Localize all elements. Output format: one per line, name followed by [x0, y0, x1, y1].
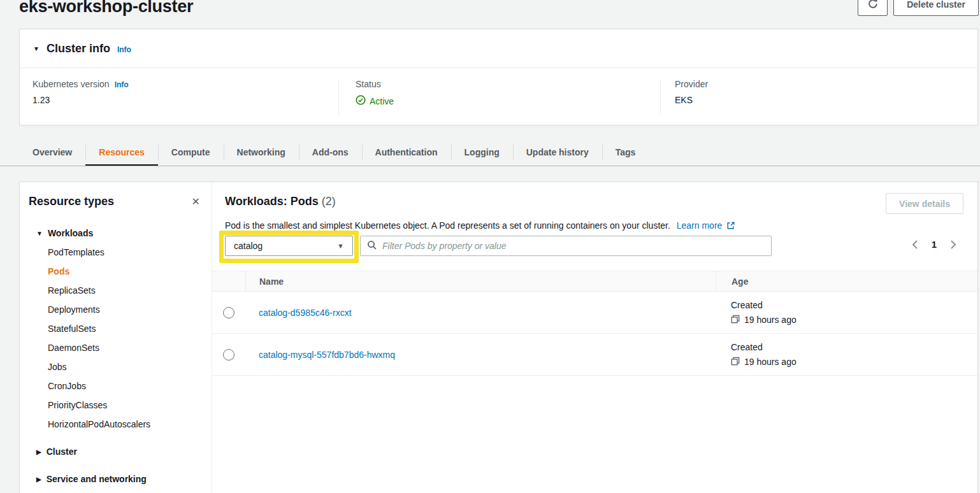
provider-field: Provider EKS — [660, 79, 977, 115]
cluster-info-card: ▼ Cluster info Info Kubernetes version I… — [19, 29, 978, 125]
cluster-info-header: ▼ Cluster info Info — [20, 29, 977, 68]
triangle-right-icon: ▶ — [36, 448, 41, 455]
previous-page-icon[interactable] — [911, 239, 918, 250]
row-radio-button[interactable] — [223, 307, 234, 318]
triangle-down-icon: ▼ — [36, 230, 43, 237]
tab-overview[interactable]: Overview — [19, 139, 85, 166]
table-row: catalog-mysql-557fdb7bd6-hwxmq Created 1… — [212, 334, 977, 376]
page-title: eks-workshop-cluster — [19, 0, 193, 17]
tabs-divider — [0, 166, 980, 166]
chevron-down-icon: ▼ — [337, 242, 344, 250]
age-created-label: Created — [731, 342, 977, 352]
cluster-tabs: Overview Resources Compute Networking Ad… — [19, 139, 649, 166]
current-page[interactable]: 1 — [932, 239, 937, 250]
tab-resources[interactable]: Resources — [85, 139, 158, 166]
pods-table: Name Age catalog-d5985c46-rxcxt Created — [212, 271, 977, 376]
sidebar-item-priorityclasses[interactable]: PriorityClasses — [48, 396, 204, 415]
kubernetes-version-field: Kubernetes version Info 1.23 — [20, 79, 338, 115]
kubernetes-version-value: 1.23 — [32, 95, 338, 105]
sidebar-section-workloads[interactable]: ▼ Workloads — [28, 224, 204, 243]
status-field: Status Active — [338, 79, 660, 115]
tab-compute[interactable]: Compute — [158, 139, 224, 166]
sidebar-item-cronjobs[interactable]: CronJobs — [48, 376, 204, 396]
refresh-button[interactable] — [858, 0, 888, 16]
cluster-info-info-link[interactable]: Info — [117, 45, 131, 54]
close-icon[interactable]: ✕ — [192, 197, 200, 207]
pods-toolbar: catalog ▼ 1 — [225, 236, 963, 264]
sidebar-item-horizontalpodautoscalers[interactable]: HorizontalPodAutoscalers — [48, 415, 204, 434]
cluster-section-label: Cluster — [47, 447, 77, 457]
select-column-header — [212, 271, 245, 291]
pods-heading: Workloads: Pods (2) — [225, 195, 336, 208]
name-column-header[interactable]: Name — [245, 271, 716, 291]
status-label: Status — [356, 79, 381, 89]
age-value-text: 19 hours ago — [744, 357, 796, 367]
cluster-info-body: Kubernetes version Info 1.23 Status Acti… — [20, 68, 977, 125]
sidebar-section-cluster[interactable]: ▶ Cluster — [28, 442, 204, 461]
tab-logging[interactable]: Logging — [451, 139, 513, 166]
row-radio-button[interactable] — [223, 349, 234, 361]
sidebar-item-replicasets[interactable]: ReplicaSets — [48, 281, 204, 300]
namespace-filter-dropdown[interactable]: catalog ▼ — [225, 236, 353, 256]
provider-label: Provider — [675, 79, 708, 89]
copy-icon[interactable] — [731, 315, 740, 325]
next-page-icon[interactable] — [950, 239, 957, 250]
header-actions: Delete cluster — [858, 0, 979, 16]
copy-icon[interactable] — [731, 357, 740, 368]
namespace-filter-value: catalog — [234, 241, 263, 251]
age-created-label: Created — [731, 300, 977, 310]
age-column-header[interactable]: Age — [716, 271, 977, 291]
tab-add-ons[interactable]: Add-ons — [299, 139, 362, 166]
pod-name-link[interactable]: catalog-mysql-557fdb7bd6-hwxmq — [259, 350, 395, 360]
sidebar-item-daemonsets[interactable]: DaemonSets — [48, 338, 204, 357]
sidebar-item-podtemplates[interactable]: PodTemplates — [48, 243, 204, 262]
pods-filter-searchbox — [360, 236, 772, 256]
triangle-right-icon: ▶ — [36, 476, 41, 483]
resource-types-title: Resource types — [29, 195, 114, 208]
status-badge: Active — [370, 96, 394, 106]
kubernetes-version-label: Kubernetes version — [32, 79, 110, 89]
pods-filter-input[interactable] — [382, 241, 765, 251]
refresh-icon — [867, 0, 879, 11]
service-section-label: Service and networking — [47, 474, 147, 484]
sidebar-item-statefulsets[interactable]: StatefulSets — [48, 319, 204, 338]
workloads-section-label: Workloads — [48, 228, 93, 238]
pods-description-text: Pod is the smallest and simplest Kuberne… — [225, 220, 670, 231]
sidebar-item-jobs[interactable]: Jobs — [48, 357, 204, 376]
pods-heading-text: Workloads: Pods — [225, 195, 319, 208]
sidebar-section-service-and-networking[interactable]: ▶ Service and networking — [28, 469, 204, 489]
external-link-icon — [724, 222, 735, 232]
age-value-text: 19 hours ago — [744, 315, 796, 325]
table-row: catalog-d5985c46-rxcxt Created 19 hours … — [212, 292, 977, 334]
view-details-button[interactable]: View details — [886, 193, 963, 214]
tab-authentication[interactable]: Authentication — [362, 139, 451, 166]
tab-update-history[interactable]: Update history — [513, 139, 602, 166]
delete-cluster-button[interactable]: Delete cluster — [893, 0, 979, 16]
resources-panel: Resource types ✕ ▼ Workloads PodTemplate… — [19, 182, 978, 493]
pods-description: Pod is the smallest and simplest Kuberne… — [212, 220, 977, 232]
pods-panel: Workloads: Pods (2) View details Pod is … — [212, 182, 977, 493]
provider-value: EKS — [675, 95, 977, 105]
status-active-icon — [356, 95, 366, 107]
learn-more-link[interactable]: Learn more — [677, 220, 735, 231]
pagination: 1 — [911, 239, 957, 250]
sidebar-item-deployments[interactable]: Deployments — [48, 300, 204, 319]
collapse-triangle-icon[interactable]: ▼ — [33, 45, 40, 52]
search-icon — [367, 240, 377, 252]
tab-networking[interactable]: Networking — [224, 139, 299, 166]
sidebar-item-pods[interactable]: Pods — [48, 262, 204, 281]
kubernetes-version-info-link[interactable]: Info — [115, 80, 129, 89]
cluster-info-title: Cluster info — [47, 42, 110, 55]
tab-tags[interactable]: Tags — [602, 139, 649, 166]
resource-types-sidebar: Resource types ✕ ▼ Workloads PodTemplate… — [20, 182, 212, 493]
pods-table-header: Name Age — [212, 271, 977, 292]
pod-name-link[interactable]: catalog-d5985c46-rxcxt — [259, 308, 352, 318]
pods-count: (2) — [322, 195, 336, 208]
